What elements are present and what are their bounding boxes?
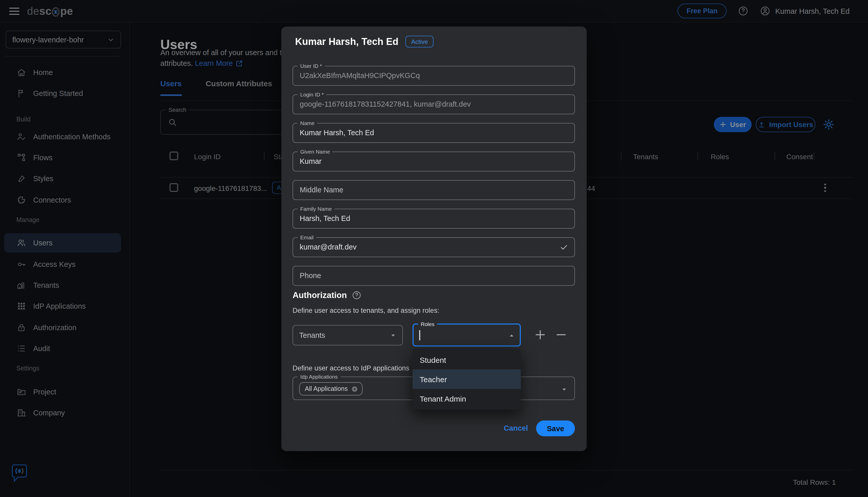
chip-label: All Applications xyxy=(305,385,348,393)
edit-user-modal: Kumar Harsh, Tech Ed Active User ID * U2… xyxy=(281,27,587,451)
middle-name-placeholder: Middle Name xyxy=(300,181,344,199)
name-field[interactable]: Name Kumar Harsh, Tech Ed xyxy=(293,123,575,143)
family-name-value: Harsh, Tech Ed xyxy=(300,209,350,228)
email-value: kumar@draft.dev xyxy=(300,238,356,257)
name-value: Kumar Harsh, Tech Ed xyxy=(300,124,374,142)
given-name-field[interactable]: Given Name Kumar xyxy=(293,152,575,171)
modal-title: Kumar Harsh, Tech Ed xyxy=(295,36,398,47)
roles-option-tenant-admin[interactable]: Tenant Admin xyxy=(412,389,521,408)
all-applications-chip: All Applications xyxy=(299,382,363,396)
middle-name-field[interactable]: Middle Name xyxy=(293,180,575,200)
roles-dropdown-menu: Student Teacher Tenant Admin xyxy=(412,349,521,410)
user-id-field: User ID * U2akXeBIfmAMqltaH9CIPQpvKGCq xyxy=(293,66,575,86)
roles-option-student[interactable]: Student xyxy=(412,350,521,369)
active-status-badge: Active xyxy=(406,36,434,47)
caret-down-icon xyxy=(390,332,396,338)
chip-remove-icon[interactable] xyxy=(351,385,359,393)
email-valid-check-icon xyxy=(560,243,568,252)
tenants-hint: Define user access to tenants, and assig… xyxy=(293,307,439,314)
roles-combobox[interactable]: Roles xyxy=(412,324,521,346)
add-authorization-row-button[interactable] xyxy=(534,329,546,341)
given-name-value: Kumar xyxy=(300,152,321,171)
roles-option-teacher[interactable]: Teacher xyxy=(412,369,521,389)
email-field[interactable]: Email kumar@draft.dev xyxy=(293,237,575,257)
user-id-value: U2akXeBIfmAMqltaH9CIPQpvKGCq xyxy=(300,66,420,85)
tenants-select-value: Tenants xyxy=(299,331,325,339)
caret-down-icon xyxy=(561,386,567,393)
roles-label: Roles xyxy=(418,321,437,328)
authorization-heading: Authorization xyxy=(293,290,347,300)
save-button[interactable]: Save xyxy=(536,421,575,436)
text-cursor xyxy=(419,330,420,340)
phone-placeholder: Phone xyxy=(300,266,321,285)
phone-field[interactable]: Phone xyxy=(293,266,575,286)
idp-applications-label: Idp Applications xyxy=(298,373,340,380)
cancel-button[interactable]: Cancel xyxy=(504,424,528,432)
family-name-field[interactable]: Family Name Harsh, Tech Ed xyxy=(293,209,575,229)
login-id-field: Login ID * google-116761817831152427841,… xyxy=(293,95,575,114)
app-root: desc pe Free Plan Kumar Harsh, Tech Ed f… xyxy=(0,0,868,497)
login-id-value: google-116761817831152427841, kumar@draf… xyxy=(300,95,471,114)
remove-authorization-row-button[interactable] xyxy=(555,329,567,341)
caret-up-icon[interactable] xyxy=(508,333,515,339)
authorization-help-icon[interactable] xyxy=(352,290,362,300)
tenants-select[interactable]: Tenants xyxy=(293,325,403,345)
idp-hint: Define user access to IdP applications xyxy=(293,364,409,372)
